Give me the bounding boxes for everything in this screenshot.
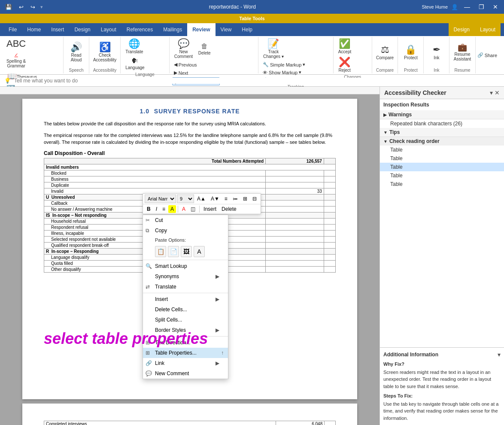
bold-button[interactable]: B [145,205,153,213]
warnings-item-blank-chars[interactable]: Repeated blank characters (26) [380,119,504,128]
ink-button[interactable]: ✒ Ink [428,44,445,61]
tips-section[interactable]: ▼ Tips [380,128,504,137]
proofing-buttons: ABC✓ Spelling &Grammar 📖 Thesaurus 🔢 Wor… [4,38,61,94]
paste-merge[interactable]: 📄 [168,246,179,257]
tab-review[interactable]: Review [187,23,215,36]
undo-button[interactable]: ↩ [17,3,25,11]
read-aloud-button[interactable]: 🔊 ReadAloud [68,41,85,64]
share-button[interactable]: 🔗Share [476,52,499,59]
bullets-button[interactable]: ≡ [222,195,230,203]
spelling-grammar-button[interactable]: ABC✓ Spelling &Grammar [4,38,28,70]
protect-label: Protect [404,67,418,73]
additional-info-collapse-button[interactable]: ▾ [498,351,501,358]
tab-help[interactable]: Help [237,23,258,36]
restore-button[interactable]: ❐ [476,3,487,11]
table-heading: Call Disposition - Overall [44,150,336,156]
panel-settings-button[interactable]: ▾ [490,89,493,96]
font-color-button[interactable]: A [180,205,188,213]
show-markup-button[interactable]: 👁 Show Markup ▾ [261,69,310,76]
accept-button[interactable]: ✅ Accept [336,38,354,55]
table-item-2[interactable]: Table [380,154,504,163]
highlight-button[interactable]: A [168,205,176,213]
table-row: Invalid numbers [44,164,336,170]
ctx-translate[interactable]: ⇄ Translate [143,282,228,292]
translate-button[interactable]: 🌐 Translate [123,38,145,55]
tab-design[interactable]: Design [69,23,95,36]
check-accessibility-button[interactable]: ♿ CheckAccessibility [91,41,118,64]
ctx-paste-section: Paste Options: [143,236,228,244]
new-comment-button[interactable]: 💬 NewComment [172,38,195,60]
next-button[interactable]: ▶ Next [172,69,220,76]
align-button[interactable]: ≡ [160,205,167,213]
ctx-insert[interactable]: Insert ▶ [143,294,228,304]
check-reading-order-section[interactable]: ▼ Check reading order [380,137,504,146]
italic-button[interactable]: I [154,205,159,213]
table-item-5[interactable]: Table [380,180,504,188]
ctx-new-comment[interactable]: 💬 New Comment [143,368,228,379]
table-item-3[interactable]: Table [380,163,504,171]
tab-references[interactable]: References [121,23,158,36]
why-fix-label: Why Fix? [383,361,501,368]
previous-button[interactable]: ◀ Previous [172,61,220,68]
compare-button[interactable]: ⚖ Compare [374,44,396,61]
shading-button[interactable]: ◫ [188,205,197,213]
table-delete-button[interactable]: ⊟ [250,195,259,203]
tab-table-design[interactable]: Design [449,23,475,36]
ctx-smart-lookup[interactable]: 🔍 Smart Lookup [143,261,228,271]
language-button[interactable]: 🗣 Language [123,56,147,71]
table-header-label: Total Numbers Attempted [44,158,266,164]
redo-button[interactable]: ↪ [29,3,37,11]
font-name-select[interactable]: Arial Narr [145,194,176,203]
table-row: Duplicate [44,182,336,188]
tab-table-layout[interactable]: Layout [475,23,501,36]
inspection-results-label: Inspection Results [380,99,504,109]
additional-info-header: Additional Information ▾ [383,351,501,358]
simple-markup-button[interactable]: 🔧 Simple Markup ▾ [261,61,310,68]
font-decrease-button[interactable]: A▼ [209,195,222,203]
reject-button[interactable]: ❌ Reject [336,56,353,74]
save-button[interactable]: 💾 [3,3,14,11]
warnings-section[interactable]: ▶ Warnings [380,110,504,119]
table-item-4[interactable]: Table [380,171,504,180]
ctx-split-cells[interactable]: Split Cells... [143,315,228,325]
table-item-1[interactable]: Table [380,146,504,154]
ruler [0,87,380,94]
insert-arrow: ▶ [216,296,219,302]
tab-home[interactable]: Home [22,23,46,36]
ctx-table-properties[interactable]: ⊞ Table Properties... ↑ [143,348,228,358]
tab-file[interactable]: File [3,23,22,36]
numbering-button[interactable]: ≔ [231,195,240,203]
compare-buttons: ⚖ Compare [374,38,396,67]
panel-close-button[interactable]: ✕ [495,89,500,96]
panel-title: Accessibility Checker [384,89,446,96]
track-changes-button[interactable]: 📝 TrackChanges ▾ [261,38,286,60]
ctx-copy[interactable]: ⧉ Copy [143,225,228,236]
tab-layout[interactable]: Layout [96,23,121,36]
tab-mailings[interactable]: Mailings [158,23,187,36]
paste-text-only[interactable]: A [194,246,205,257]
ctx-paste-options: 📋 📄 🖼 A [143,244,228,259]
ctx-synonyms[interactable]: Synonyms ▶ [143,271,228,282]
user-name: Steve Hume [422,4,448,9]
delete-button[interactable]: 🗑 Delete [196,42,213,57]
paste-picture[interactable]: 🖼 [181,246,192,257]
resume-label: Resume [454,67,470,73]
table-header-val: 126,557 [266,158,324,164]
ctx-link[interactable]: 🔗 Link ▶ [143,358,228,368]
tell-me-input[interactable] [14,78,500,84]
minimize-button[interactable]: — [461,3,473,11]
ctx-cut[interactable]: ✂ Cut [143,215,228,225]
protect-button[interactable]: 🔒 Protect [402,44,420,61]
font-increase-button[interactable]: A▲ [195,195,208,203]
paste-keep-source[interactable]: 📋 [155,246,166,257]
table-insert-cols-button[interactable]: ⊞ [241,195,249,203]
resume-assistant-button[interactable]: 💼 ResumeAssistant [452,42,474,63]
para2: The empirical response rate for the comp… [44,132,336,146]
table-delete-cells-button[interactable]: Delete [219,205,239,213]
ctx-delete-cells[interactable]: Delete Cells... [143,304,228,315]
close-button[interactable]: ✕ [490,3,501,11]
table-insert-button[interactable]: Insert [201,205,219,213]
tab-insert[interactable]: Insert [46,23,69,36]
tab-view[interactable]: View [216,23,237,36]
font-size-select[interactable]: 9 [177,194,194,203]
